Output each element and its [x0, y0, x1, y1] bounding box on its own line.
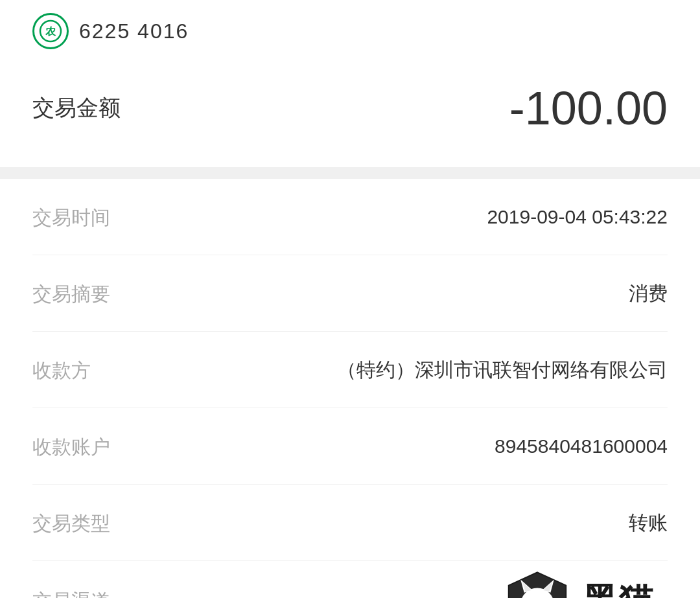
detail-value-time: 2019-09-04 05:43:22: [487, 202, 668, 231]
amount-row: 交易金额 -100.00: [32, 75, 668, 141]
detail-value-type: 转账: [629, 508, 668, 537]
detail-row-time: 交易时间 2019-09-04 05:43:22: [32, 179, 668, 255]
black-cat-logo: 黑猫 BLACK CAT: [498, 568, 668, 598]
bank-icon: 农: [32, 13, 69, 49]
details-section: 交易时间 2019-09-04 05:43:22 交易摘要 消费 收款方 （特约…: [0, 179, 700, 598]
amount-value: -100.00: [509, 82, 668, 135]
detail-value-payee: （特约）深圳市讯联智付网络有限公司: [337, 355, 668, 384]
detail-label-time: 交易时间: [32, 202, 110, 231]
black-cat-text: 黑猫 BLACK CAT: [583, 583, 668, 599]
detail-label-payee-account: 收款账户: [32, 431, 110, 461]
bank-row: 农 6225 4016: [32, 13, 668, 49]
detail-label-payee: 收款方: [32, 355, 91, 384]
detail-label-channel: 交易渠道: [32, 586, 110, 599]
detail-value-summary: 消费: [629, 279, 668, 308]
detail-label-summary: 交易摘要: [32, 279, 110, 308]
black-cat-shield-icon: [498, 568, 576, 598]
top-section: 农 6225 4016 交易金额 -100.00: [0, 0, 700, 167]
detail-value-payee-account: 8945840481600004: [495, 431, 668, 461]
amount-label: 交易金额: [32, 93, 121, 123]
bank-account: 6225 4016: [79, 19, 189, 43]
detail-row-channel: 交易渠道: [32, 561, 668, 598]
detail-row-type: 交易类型 转账: [32, 485, 668, 561]
section-divider: [0, 167, 700, 179]
black-cat-chinese-text: 黑猫: [583, 583, 655, 599]
detail-row-summary: 交易摘要 消费: [32, 255, 668, 332]
detail-row-payee-account: 收款账户 8945840481600004: [32, 408, 668, 485]
detail-label-type: 交易类型: [32, 508, 110, 537]
svg-text:农: 农: [45, 26, 56, 37]
detail-row-payee: 收款方 （特约）深圳市讯联智付网络有限公司: [32, 332, 668, 408]
